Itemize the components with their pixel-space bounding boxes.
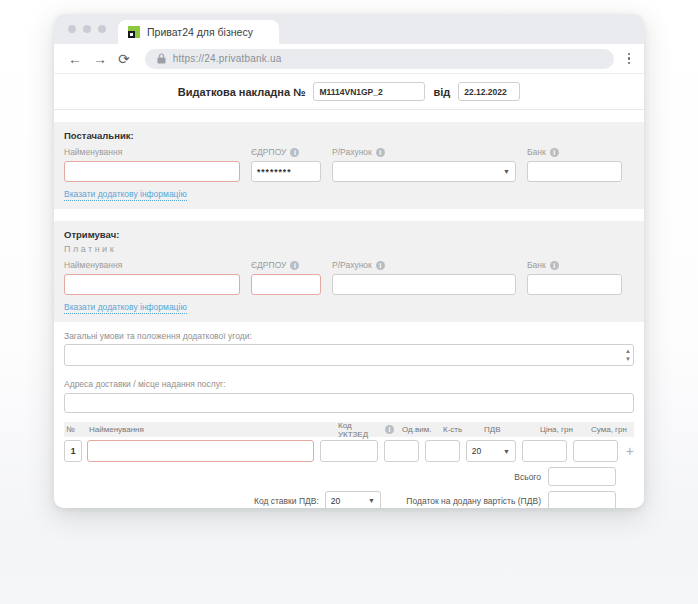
- recipient-account-input[interactable]: [332, 274, 516, 295]
- col-unit-header: Од.вим.: [400, 425, 435, 434]
- col-qty-header: К-сть: [441, 425, 476, 434]
- kebab-menu-icon[interactable]: [624, 50, 635, 68]
- doc-date-input[interactable]: [458, 82, 520, 101]
- doc-number-input[interactable]: [313, 82, 425, 101]
- vat-amount-label: Податок на додану вартість (ПДВ): [406, 496, 541, 506]
- supplier-bank-input[interactable]: [527, 161, 622, 182]
- chevron-down-icon: ▼: [368, 497, 375, 504]
- document-title-row: Видаткова накладна № від: [54, 74, 644, 110]
- url-field[interactable]: https://24.privatbank.ua: [145, 49, 614, 69]
- add-row-icon[interactable]: +: [626, 444, 634, 458]
- recipient-section: Отримувач: Платник Найменування ЄДРПОУi …: [54, 221, 644, 322]
- item-name-input[interactable]: [87, 440, 314, 462]
- item-price-input[interactable]: [522, 440, 567, 462]
- recipient-edrpou-input[interactable]: [251, 274, 321, 295]
- scroll-down-icon[interactable]: ▼: [625, 355, 631, 363]
- items-table: № Найменування Код УКТЗЕДi Од.вим. К-сть…: [64, 422, 634, 462]
- info-icon: i: [550, 148, 559, 157]
- chevron-down-icon: ▼: [503, 168, 510, 175]
- recipient-edrpou-label: ЄДРПОУ: [251, 260, 286, 270]
- vat-code-select[interactable]: 20 ▼: [325, 491, 381, 508]
- tab-bar: Приват24 для бізнесу: [54, 14, 644, 44]
- col-price-header: Ціна, грн: [538, 425, 583, 434]
- terms-textarea[interactable]: [64, 344, 634, 366]
- delivery-address-input[interactable]: [64, 393, 634, 413]
- supplier-account-select[interactable]: ▼: [332, 161, 516, 182]
- browser-window: Приват24 для бізнесу ← → ⟳ https://24.pr…: [54, 14, 644, 508]
- supplier-edrpou-input[interactable]: [251, 161, 321, 182]
- info-icon: i: [550, 261, 559, 270]
- recipient-name-label: Найменування: [64, 260, 240, 270]
- supplier-name-label: Найменування: [64, 147, 240, 157]
- forward-icon[interactable]: →: [93, 52, 107, 66]
- col-uktzed-header: Код УКТЗЕД: [338, 421, 382, 439]
- vat-amount-input[interactable]: [548, 491, 616, 508]
- address-label: Адреса доставки / місце надання послуг:: [64, 379, 634, 389]
- total-label: Всього: [514, 472, 541, 482]
- info-icon: i: [376, 148, 385, 157]
- recipient-more-info-link[interactable]: Вказати додаткову інформацію: [64, 302, 187, 314]
- supplier-heading: Постачальник:: [64, 130, 634, 141]
- col-name-header: Найменування: [87, 425, 330, 434]
- item-sum-input[interactable]: [573, 440, 618, 462]
- recipient-subheading: Платник: [64, 244, 634, 254]
- col-num-header: №: [64, 425, 82, 434]
- invoice-form: Видаткова накладна № від Постачальник: Н…: [54, 74, 644, 508]
- item-uktzed-input[interactable]: [320, 440, 378, 462]
- scroll-up-icon[interactable]: ▲: [625, 347, 631, 355]
- item-qty-input[interactable]: [425, 440, 460, 462]
- items-table-header: № Найменування Код УКТЗЕДi Од.вим. К-сть…: [64, 422, 634, 437]
- back-icon[interactable]: ←: [68, 52, 82, 66]
- lock-icon: [157, 53, 166, 64]
- browser-tab[interactable]: Приват24 для бізнесу: [118, 20, 279, 44]
- recipient-account-label: Р/Рахунок: [332, 260, 372, 270]
- privatbank-logo-icon: [128, 26, 140, 38]
- window-controls: [68, 14, 106, 44]
- chevron-down-icon: ▼: [503, 448, 510, 455]
- supplier-edrpou-label: ЄДРПОУ: [251, 147, 286, 157]
- window-control-dot[interactable]: [83, 25, 91, 33]
- url-text: https://24.privatbank.ua: [173, 53, 282, 64]
- info-icon: i: [385, 425, 394, 434]
- row-number: [64, 440, 82, 462]
- item-unit-input[interactable]: [384, 440, 419, 462]
- table-row: 20 ▼ +: [64, 440, 634, 462]
- supplier-section: Постачальник: Найменування ЄДРПОУi Р/Рах…: [54, 122, 644, 209]
- vat-code-label: Код ставки ПДВ:: [254, 496, 319, 506]
- recipient-name-input[interactable]: [64, 274, 240, 295]
- tab-title: Приват24 для бізнесу: [147, 26, 253, 38]
- address-bar: ← → ⟳ https://24.privatbank.ua: [54, 44, 644, 74]
- col-vat-header: ПДВ: [482, 425, 532, 434]
- date-label: від: [433, 86, 450, 98]
- supplier-name-input[interactable]: [64, 161, 240, 182]
- reload-icon[interactable]: ⟳: [118, 52, 130, 66]
- info-icon: i: [290, 261, 299, 270]
- supplier-account-label: Р/Рахунок: [332, 147, 372, 157]
- textarea-scroll-control[interactable]: ▲ ▼: [625, 347, 631, 363]
- recipient-heading: Отримувач:: [64, 229, 634, 240]
- window-control-dot[interactable]: [68, 25, 76, 33]
- info-icon: i: [376, 261, 385, 270]
- supplier-bank-label: Банк: [527, 147, 546, 157]
- total-input[interactable]: [548, 467, 616, 486]
- info-icon: i: [290, 148, 299, 157]
- col-sum-header: Сума, грн: [589, 425, 634, 434]
- document-title: Видаткова накладна №: [178, 86, 306, 98]
- item-vat-select[interactable]: 20 ▼: [466, 440, 516, 462]
- recipient-bank-label: Банк: [527, 260, 546, 270]
- recipient-bank-input[interactable]: [527, 274, 622, 295]
- window-control-dot[interactable]: [98, 25, 106, 33]
- supplier-more-info-link[interactable]: Вказати додаткову інформацію: [64, 189, 187, 201]
- terms-label: Загальні умови та положення додаткової у…: [64, 331, 634, 341]
